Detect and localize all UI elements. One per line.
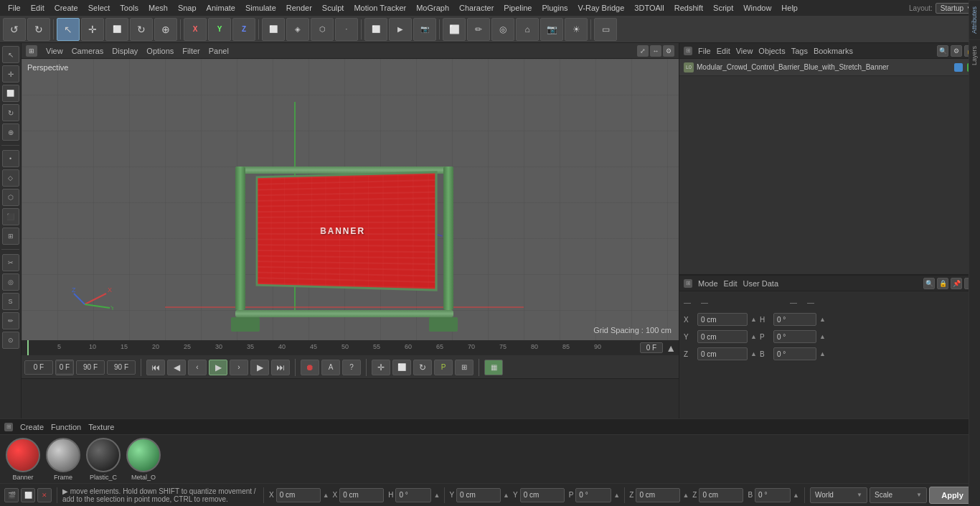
timeline-keyframes-button[interactable]: ⊞	[455, 360, 473, 375]
obj-menu-edit[interactable]: Edit	[717, 47, 730, 55]
poly-mode-button[interactable]: ⬡	[311, 18, 334, 41]
object-row[interactable]: L0 Modular_Crowd_Control_Barrier_Blue_wi…	[679, 59, 980, 76]
move-key-button[interactable]: ✛	[372, 360, 390, 375]
prev-frame-button[interactable]: ‹	[188, 360, 207, 375]
menu-render[interactable]: Render	[281, 2, 317, 14]
light-button[interactable]: ☀	[565, 18, 588, 41]
record-button[interactable]: ⏺	[301, 360, 319, 375]
menu-simulate[interactable]: Simulate	[240, 2, 281, 14]
x-axis-button[interactable]: X	[184, 18, 207, 41]
coord-p-val[interactable]: 0 °	[575, 488, 611, 502]
scale-tool-button[interactable]: ⬜	[105, 18, 128, 41]
left-weld-btn[interactable]: S	[2, 293, 19, 310]
menu-create[interactable]: Create	[50, 2, 83, 14]
rotate-tool-button[interactable]: ↻	[130, 18, 153, 41]
menu-3dtoall[interactable]: 3DTOAll	[629, 2, 669, 14]
coord-z-val1[interactable]: 0 cm	[636, 488, 680, 502]
nurbs-button[interactable]: ◎	[491, 18, 514, 41]
menu-mograph[interactable]: MoGraph	[411, 2, 454, 14]
frame-counter[interactable]: 0 F	[640, 342, 663, 353]
rotate-key-button[interactable]: ↻	[413, 360, 432, 375]
left-grab-btn[interactable]: ⊙	[2, 332, 19, 349]
menu-tools[interactable]: Tools	[115, 2, 143, 14]
obj-menu-bookmarks[interactable]: Bookmarks	[814, 47, 853, 55]
camera-button[interactable]: 📷	[540, 18, 563, 41]
attr-search-icon[interactable]: 🔍	[923, 278, 935, 289]
goto-start-button[interactable]: ⏮	[146, 360, 165, 375]
menu-vray[interactable]: V-Ray Bridge	[573, 2, 630, 14]
left-scale-btn[interactable]: ⬜	[2, 85, 19, 102]
coord-x-val2[interactable]: 0 cm	[339, 488, 384, 502]
attr-menu-user-data[interactable]: User Data	[743, 279, 779, 288]
cube-button[interactable]: ⬜	[443, 18, 466, 41]
z-axis-button[interactable]: Z	[232, 18, 255, 41]
viewport-axes-icon[interactable]: ↔	[650, 45, 661, 57]
left-knife-btn[interactable]: ✂	[2, 254, 19, 271]
viewport-menu-options[interactable]: Options	[146, 47, 174, 55]
status-icon-close[interactable]: ✕	[37, 488, 52, 502]
material-item-banner[interactable]: Banner	[6, 438, 40, 481]
attr-menu-mode[interactable]: Mode	[698, 279, 718, 288]
transform-tool-button[interactable]: ⊕	[154, 18, 177, 41]
menu-redshift[interactable]: Redshift	[669, 2, 708, 14]
viewport[interactable]: Perspective X Y Z	[22, 59, 679, 340]
viewport-menu-display[interactable]: Display	[112, 47, 138, 55]
left-rotate-btn[interactable]: ↻	[2, 104, 19, 121]
left-select-btn[interactable]: ↖	[2, 46, 19, 63]
redo-button[interactable]: ↻	[27, 18, 50, 41]
obj-search-icon[interactable]: 🔍	[937, 45, 948, 57]
mat-menu-function[interactable]: Function	[51, 423, 81, 431]
left-poly-btn[interactable]: ⬡	[2, 189, 19, 206]
menu-snap[interactable]: Snap	[173, 2, 202, 14]
menu-file[interactable]: File	[3, 2, 26, 14]
render-to-po-button[interactable]: 📷	[413, 18, 436, 41]
scale-dropdown[interactable]: Scale ▼	[870, 487, 927, 503]
obj-menu-tags[interactable]: Tags	[791, 47, 808, 55]
play-button[interactable]: ▶	[209, 360, 227, 375]
left-transform-btn[interactable]: ⊕	[2, 123, 19, 141]
obj-menu-file[interactable]: File	[698, 47, 711, 55]
attr-menu-edit[interactable]: Edit	[724, 279, 738, 288]
left-model-btn[interactable]: ⬛	[2, 208, 19, 225]
mat-menu-create[interactable]: Create	[20, 423, 44, 431]
world-dropdown[interactable]: World ▼	[810, 487, 867, 503]
coord-y-val2[interactable]: 0 cm	[520, 488, 565, 502]
attr-z-val1[interactable]: 0 cm	[697, 347, 748, 360]
status-icon-square[interactable]: ⬜	[21, 488, 35, 502]
menu-character[interactable]: Character	[454, 2, 499, 14]
attr-h-val[interactable]: 0 °	[773, 313, 816, 326]
psr-button[interactable]: P	[434, 360, 453, 375]
viewport-menu-cameras[interactable]: Cameras	[72, 47, 104, 55]
y-axis-button[interactable]: Y	[208, 18, 231, 41]
side-tab-layers[interactable]: Layers	[969, 43, 980, 71]
left-move-btn[interactable]: ✛	[2, 65, 19, 83]
coord-z-val2[interactable]: 0 cm	[699, 488, 743, 502]
material-item-plastic[interactable]: Plastic_C	[86, 438, 121, 481]
menu-edit[interactable]: Edit	[26, 2, 50, 14]
attr-p-val[interactable]: 0 °	[773, 330, 816, 343]
left-magnet-btn[interactable]: ◎	[2, 273, 19, 291]
menu-help[interactable]: Help	[776, 2, 803, 14]
goto-end-button[interactable]: ⏭	[271, 360, 290, 375]
move-tool-button[interactable]: ✛	[81, 18, 104, 41]
prev-frame-input[interactable]: 0 F	[55, 360, 74, 375]
viewport-menu-view[interactable]: View	[46, 47, 63, 55]
menu-plugins[interactable]: Plugins	[537, 2, 573, 14]
left-paint-btn[interactable]: ✏	[2, 312, 19, 329]
mat-menu-texture[interactable]: Texture	[88, 423, 114, 431]
point-mode-button[interactable]: ·	[335, 18, 358, 41]
attr-y-val1[interactable]: 0 cm	[697, 330, 748, 343]
attr-x-val1[interactable]: 0 cm	[697, 313, 748, 326]
viewport-menu-panel[interactable]: Panel	[209, 47, 229, 55]
obj-filter-icon[interactable]: ⚙	[951, 45, 962, 57]
end-frame-input[interactable]: 90 F	[107, 360, 136, 375]
deformer-button[interactable]: ⌂	[516, 18, 539, 41]
spline-button[interactable]: ✏	[467, 18, 490, 41]
obj-menu-objects[interactable]: Objects	[758, 47, 785, 55]
coord-y-val1[interactable]: 0 cm	[456, 488, 501, 502]
menu-motion-tracker[interactable]: Motion Tracker	[349, 2, 411, 14]
auto-key-button[interactable]: A	[321, 360, 340, 375]
attr-pin-icon[interactable]: 📌	[951, 278, 962, 289]
menu-select[interactable]: Select	[83, 2, 116, 14]
render-active-button[interactable]: ▶	[389, 18, 412, 41]
